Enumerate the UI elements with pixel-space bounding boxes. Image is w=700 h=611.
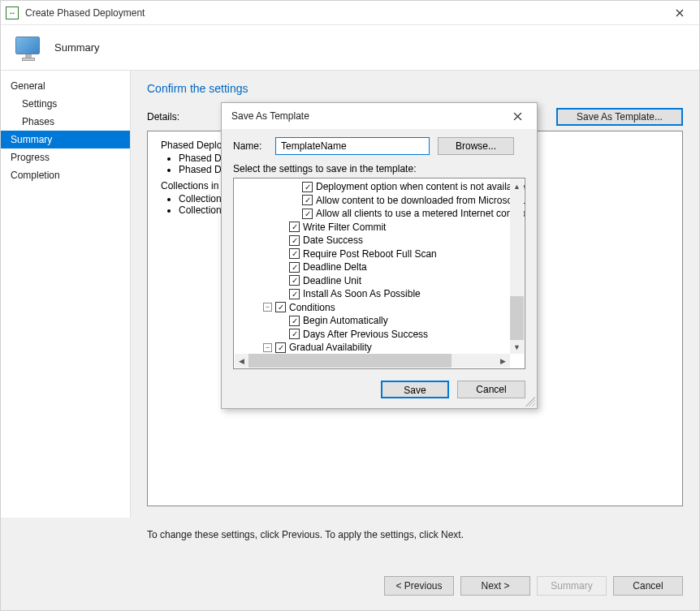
tree-node[interactable]: ✓Install As Soon As Possible	[237, 287, 521, 301]
tree-node[interactable]: ✓Begin Automatically	[237, 314, 521, 328]
vertical-scrollbar[interactable]: ▲ ▼	[510, 179, 524, 354]
tree-node-label: Allow all clients to use a metered Inter…	[316, 208, 525, 219]
tree-checkbox[interactable]: ✓	[289, 289, 300, 299]
scroll-left-icon[interactable]: ◀	[235, 354, 248, 368]
footer: To change these settings, click Previous…	[1, 518, 699, 610]
dialog-titlebar: Save As Template	[222, 103, 537, 129]
tree-node[interactable]: ✓Write Filter Commit	[237, 221, 521, 235]
tree-expander-icon[interactable]: −	[263, 303, 272, 312]
dialog-actions: Save Cancel	[233, 381, 525, 398]
tree-node-label: Conditions	[289, 302, 335, 313]
tree-node[interactable]: ✓Allow all clients to use a metered Inte…	[237, 207, 521, 221]
tree-node-label: Deployment option when content is not av…	[316, 181, 525, 192]
scroll-down-icon[interactable]: ▼	[510, 340, 524, 354]
sidebar-item-progress[interactable]: Progress	[1, 148, 130, 166]
close-icon	[513, 112, 522, 121]
tree-node-label: Install As Soon As Possible	[303, 288, 421, 299]
next-button[interactable]: Next >	[460, 576, 530, 596]
dialog-body: Name: Browse... Select the settings to s…	[222, 129, 537, 408]
tree-node-label: Gradual Availability	[289, 342, 372, 353]
tree-checkbox[interactable]: ✓	[275, 302, 286, 312]
tree-checkbox[interactable]: ✓	[302, 209, 313, 219]
browse-button[interactable]: Browse...	[438, 137, 514, 155]
dialog-title: Save As Template	[231, 110, 501, 122]
tree-node-label: Deadline Unit	[303, 275, 361, 286]
tree-node[interactable]: ✓Date Success	[237, 234, 521, 247]
sidebar-item-completion[interactable]: Completion	[1, 166, 130, 184]
sidebar-item-phases[interactable]: Phases	[1, 113, 130, 131]
name-row: Name: Browse...	[233, 137, 525, 155]
computer-icon	[15, 37, 43, 59]
banner: Summary	[1, 25, 699, 71]
sidebar: GeneralSettingsPhasesSummaryProgressComp…	[1, 71, 131, 518]
tree-checkbox[interactable]: ✓	[275, 342, 286, 353]
close-window-button[interactable]	[662, 2, 698, 24]
tree-node[interactable]: ✓Allow content to be downloaded from Mic…	[237, 194, 521, 208]
tree-node-label: Days After Previous Success	[303, 329, 428, 340]
tree-node[interactable]: ✓Require Post Reboot Full Scan	[237, 247, 521, 261]
tree-checkbox[interactable]: ✓	[289, 222, 300, 232]
tree-node-label: Date Success	[303, 235, 363, 246]
scroll-right-icon[interactable]: ▶	[496, 354, 510, 368]
tree-checkbox[interactable]: ✓	[289, 329, 300, 339]
tree-node-label: Write Filter Commit	[303, 222, 386, 233]
scroll-up-icon[interactable]: ▲	[510, 179, 524, 193]
dialog-close-button[interactable]	[501, 104, 534, 128]
scroll-thumb[interactable]	[510, 296, 524, 340]
dialog-cancel-button[interactable]: Cancel	[457, 381, 525, 398]
cancel-button[interactable]: Cancel	[613, 576, 683, 596]
tree-node[interactable]: ✓Deployment option when content is not a…	[237, 180, 521, 194]
tree-checkbox[interactable]: ✓	[289, 316, 300, 326]
tree-checkbox[interactable]: ✓	[289, 248, 300, 259]
select-settings-label: Select the settings to save in the templ…	[233, 163, 525, 174]
tree-node-label: Deadline Delta	[303, 261, 367, 273]
sidebar-item-settings[interactable]: Settings	[1, 95, 130, 113]
tree-checkbox[interactable]: ✓	[289, 275, 300, 286]
settings-tree-wrap: ✓Deployment option when content is not a…	[233, 178, 525, 369]
titlebar: ↔ Create Phased Deployment	[1, 1, 699, 25]
sidebar-item-general[interactable]: General	[1, 77, 130, 95]
previous-button[interactable]: < Previous	[384, 576, 454, 596]
tree-node[interactable]: −✓Conditions	[237, 301, 521, 315]
window-title: Create Phased Deployment	[25, 7, 662, 19]
settings-tree[interactable]: ✓Deployment option when content is not a…	[233, 178, 525, 369]
footer-buttons: < Previous Next > Summary Cancel	[147, 576, 683, 596]
tree-checkbox[interactable]: ✓	[289, 235, 300, 246]
tree-checkbox[interactable]: ✓	[302, 195, 313, 205]
footer-note: To change these settings, click Previous…	[147, 529, 683, 540]
tree-node[interactable]: ✓Deadline Unit	[237, 274, 521, 288]
tree-checkbox[interactable]: ✓	[289, 262, 300, 273]
banner-title: Summary	[54, 41, 100, 54]
tree-node-label: Require Post Reboot Full Scan	[303, 248, 437, 260]
tree-node-label: Begin Automatically	[303, 315, 388, 326]
tree-node[interactable]: ✓Deadline Delta	[237, 260, 521, 274]
summary-button: Summary	[537, 576, 607, 596]
close-icon	[676, 9, 684, 17]
save-as-template-button[interactable]: Save As Template...	[556, 108, 683, 126]
tree-node[interactable]: ✓Days After Previous Success	[237, 328, 521, 342]
template-name-input[interactable]	[275, 137, 430, 155]
resize-grip-icon[interactable]	[525, 397, 535, 407]
save-as-template-dialog: Save As Template Name: Browse... Select …	[221, 102, 538, 409]
tree-expander-icon[interactable]: −	[263, 343, 272, 352]
page-heading: Confirm the settings	[147, 82, 683, 95]
sidebar-item-summary[interactable]: Summary	[1, 131, 130, 148]
scroll-thumb[interactable]	[248, 354, 452, 368]
tree-node-label: Allow content to be downloaded from Micr…	[316, 195, 525, 206]
tree-node[interactable]: −✓Gradual Availability	[237, 341, 521, 355]
app-icon: ↔	[6, 6, 19, 19]
name-label: Name:	[233, 140, 267, 152]
horizontal-scrollbar[interactable]: ◀ ▶	[235, 354, 510, 368]
save-button[interactable]: Save	[381, 381, 449, 398]
tree-checkbox[interactable]: ✓	[302, 182, 313, 192]
